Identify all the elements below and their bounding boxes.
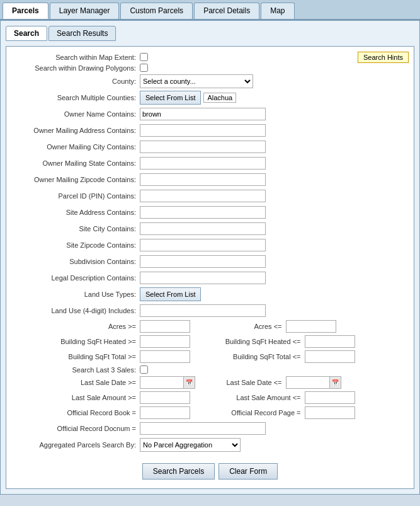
owner-mailing-state-row: Owner Mailing State Contains:	[14, 156, 406, 170]
site-zipcode-row: Site Zipcode Contains:	[14, 238, 406, 252]
inner-tab-search[interactable]: Search	[6, 26, 47, 41]
owner-name-row: Owner Name Contains:	[14, 107, 406, 121]
building-sqft-heated-gte-col: Building SqFt Heated >=	[14, 335, 210, 348]
building-sqft-heated-row: Building SqFt Heated >= Building SqFt He…	[14, 335, 406, 348]
last-sale-date-lte-input[interactable]	[286, 376, 330, 389]
site-zipcode-label: Site Zipcode Contains:	[14, 241, 140, 249]
official-record-page-col: Official Record Page =	[210, 406, 407, 419]
owner-mailing-zipcode-input[interactable]	[140, 173, 266, 186]
drawing-polygons-label: Search within Drawing Polygons:	[14, 64, 140, 72]
official-record-page-label: Official Record Page =	[210, 409, 305, 417]
search-hints-button[interactable]: Search Hints	[358, 52, 409, 63]
acres-lte-input[interactable]	[286, 320, 336, 333]
main-content: Search Search Results Search Hints Searc…	[0, 20, 420, 495]
owner-mailing-address-input[interactable]	[140, 124, 266, 137]
last-sale-amount-lte-label: Last Sale Amount <=	[210, 394, 305, 401]
last-sale-date-row: Last Sale Date >= 📅 Last Sale Date <= 📅	[14, 376, 406, 389]
map-extent-checkbox[interactable]	[140, 53, 148, 61]
tab-parcels[interactable]: Parcels	[3, 3, 48, 19]
acres-lte-label: Acres <=	[210, 323, 286, 330]
official-record-docnum-label: Official Record Docnum =	[14, 425, 140, 432]
search-panel: Search Hints Search within Map Extent: S…	[6, 46, 414, 489]
site-address-row: Site Address Contains:	[14, 205, 406, 219]
last-sale-date-gte-input[interactable]	[140, 376, 184, 389]
last-sale-amount-row: Last Sale Amount >= Last Sale Amount <=	[14, 391, 406, 404]
building-sqft-heated-lte-label: Building SqFt Heated <=	[210, 338, 305, 345]
tab-custom-parcels[interactable]: Custom Parcels	[120, 3, 193, 19]
last-sale-date-gte-label: Last Sale Date >=	[14, 379, 140, 386]
select-from-list-button-1[interactable]: Select From List	[140, 91, 201, 105]
owner-mailing-city-input[interactable]	[140, 141, 266, 153]
site-address-label: Site Address Contains:	[14, 209, 140, 216]
last-sale-date-lte-col: Last Sale Date <= 📅	[210, 376, 407, 389]
last-sale-amount-lte-input[interactable]	[305, 391, 355, 404]
tab-parcel-details[interactable]: Parcel Details	[194, 3, 259, 19]
site-zipcode-input[interactable]	[140, 239, 266, 251]
building-sqft-total-gte-input[interactable]	[140, 350, 190, 363]
official-record-docnum-input[interactable]	[140, 422, 266, 435]
drawing-polygons-row: Search within Drawing Polygons:	[14, 64, 406, 72]
building-sqft-total-lte-col: Building SqFt Total <=	[210, 350, 407, 363]
tab-layer-manager[interactable]: Layer Manager	[50, 3, 120, 19]
last-3-sales-row: Search Last 3 Sales:	[14, 365, 406, 374]
legal-description-label: Legal Description Contains:	[14, 274, 140, 282]
selected-county-tag: Alachua	[203, 93, 236, 103]
acres-row: Acres >= Acres <=	[14, 320, 406, 333]
building-sqft-heated-lte-input[interactable]	[305, 335, 355, 348]
last-3-sales-checkbox[interactable]	[140, 365, 148, 374]
site-city-label: Site City Contains:	[14, 225, 140, 233]
owner-mailing-city-row: Owner Mailing City Contains:	[14, 140, 406, 154]
building-sqft-total-gte-label: Building SqFt Total >=	[14, 353, 140, 360]
land-use-types-label: Land Use Types:	[14, 290, 140, 298]
land-use-types-row: Land Use Types: Select From List	[14, 287, 406, 301]
acres-gte-input[interactable]	[140, 320, 190, 333]
parcel-id-input[interactable]	[140, 190, 266, 202]
owner-mailing-state-label: Owner Mailing State Contains:	[14, 159, 140, 167]
last-sale-date-gte-col: Last Sale Date >= 📅	[14, 376, 210, 389]
clear-form-button[interactable]: Clear Form	[219, 463, 278, 480]
building-sqft-heated-gte-label: Building SqFt Heated >=	[14, 338, 140, 345]
owner-mailing-state-input[interactable]	[140, 157, 266, 170]
owner-mailing-address-row: Owner Mailing Address Contains:	[14, 124, 406, 137]
bottom-buttons: Search Parcels Clear Form	[14, 458, 406, 482]
legal-description-row: Legal Description Contains:	[14, 271, 406, 285]
acres-lte-col: Acres <=	[210, 320, 407, 333]
inner-tab-bar: Search Search Results	[6, 26, 414, 41]
owner-mailing-zipcode-row: Owner Mailing Zipcode Contains:	[14, 173, 406, 187]
site-address-input[interactable]	[140, 206, 266, 219]
land-use-4digit-label: Land Use (4-digit) Includes:	[14, 307, 140, 314]
official-record-page-input[interactable]	[305, 406, 355, 419]
county-select[interactable]: Select a county...	[140, 74, 253, 88]
owner-mailing-address-label: Owner Mailing Address Contains:	[14, 127, 140, 134]
last-sale-amount-gte-input[interactable]	[140, 391, 190, 404]
land-use-4digit-row: Land Use (4-digit) Includes:	[14, 304, 406, 318]
select-from-list-button-2[interactable]: Select From List	[140, 287, 201, 301]
acres-gte-label: Acres >=	[14, 323, 140, 330]
county-label: County:	[14, 78, 140, 85]
land-use-4digit-input[interactable]	[140, 304, 266, 317]
search-parcels-button[interactable]: Search Parcels	[142, 463, 215, 480]
site-city-input[interactable]	[140, 222, 266, 235]
official-record-row: Official Record Book = Official Record P…	[14, 406, 406, 419]
aggregated-parcels-row: Aggregated Parcels Search By: No Parcel …	[14, 438, 406, 452]
site-city-row: Site City Contains:	[14, 222, 406, 236]
owner-name-input[interactable]	[140, 108, 266, 120]
inner-tab-search-results[interactable]: Search Results	[48, 26, 116, 41]
tab-map[interactable]: Map	[261, 3, 294, 19]
official-record-book-label: Official Record Book =	[14, 409, 140, 417]
drawing-polygons-checkbox[interactable]	[140, 64, 148, 72]
aggregated-parcels-select[interactable]: No Parcel Aggregation	[140, 438, 241, 452]
parcel-id-label: Parcel ID (PIN) Contains:	[14, 192, 140, 200]
building-sqft-total-gte-col: Building SqFt Total >=	[14, 350, 210, 363]
building-sqft-total-lte-input[interactable]	[305, 350, 355, 363]
legal-description-input[interactable]	[140, 272, 266, 284]
official-record-book-input[interactable]	[140, 406, 190, 419]
subdivision-input[interactable]	[140, 255, 266, 268]
last-sale-date-gte-calendar-icon[interactable]: 📅	[184, 376, 195, 389]
last-sale-date-gte-wrapper: 📅	[140, 376, 195, 389]
building-sqft-total-lte-label: Building SqFt Total <=	[210, 353, 305, 360]
owner-mailing-city-label: Owner Mailing City Contains:	[14, 143, 140, 151]
last-sale-date-lte-calendar-icon[interactable]: 📅	[330, 376, 341, 389]
building-sqft-heated-gte-input[interactable]	[140, 335, 190, 348]
county-row: County: Select a county...	[14, 74, 406, 88]
